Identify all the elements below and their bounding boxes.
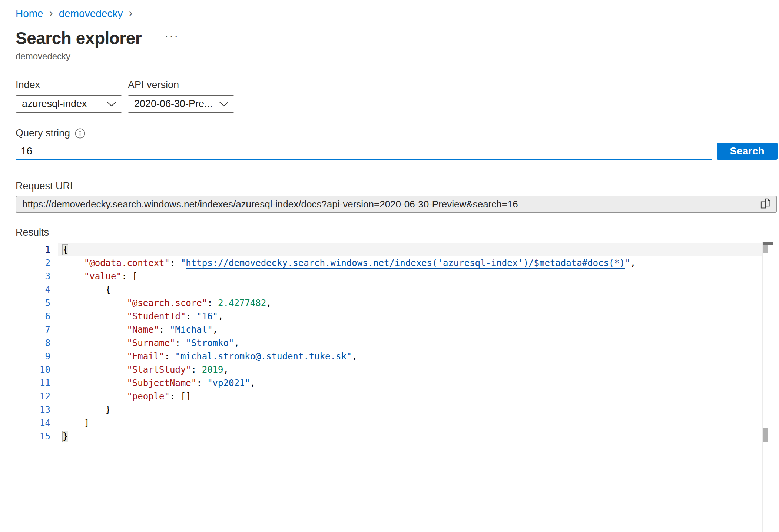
code-line: 10 "StartStudy": 2019, bbox=[16, 363, 773, 376]
code-token-pln: : [ bbox=[122, 271, 137, 282]
code-token-pln: , bbox=[630, 258, 636, 268]
page-subtitle: demovedecky bbox=[16, 51, 779, 61]
indent-guide bbox=[63, 403, 63, 416]
line-number: 1 bbox=[16, 243, 58, 256]
code-line: 4 { bbox=[16, 283, 773, 296]
code-line: 8 "Surname": "Stromko", bbox=[16, 336, 773, 350]
indent-guide bbox=[84, 310, 84, 323]
code-line-content: "@odata.context": "https://demovedecky.s… bbox=[58, 256, 773, 270]
breadcrumb-demovedecky[interactable]: demovedecky bbox=[59, 8, 123, 20]
code-token-str: "Michal" bbox=[170, 325, 213, 335]
copy-button[interactable] bbox=[758, 198, 771, 210]
code-token-pln: : bbox=[170, 258, 180, 268]
code-token-str: " bbox=[180, 258, 186, 268]
code-token-key: "StartStudy" bbox=[127, 365, 191, 375]
indent-guide bbox=[63, 336, 63, 350]
code-token-pln: , bbox=[223, 365, 228, 375]
code-line-content: "value": [ bbox=[58, 270, 773, 283]
code-token-key: "@search.score" bbox=[127, 298, 207, 308]
code-token-str: "16" bbox=[196, 311, 218, 322]
code-line: 9 "Email": "michal.stromko@.student.tuke… bbox=[16, 350, 773, 363]
request-url-label: Request URL bbox=[16, 180, 779, 192]
code-line-content: "SubjectName": "vp2021", bbox=[58, 376, 773, 390]
code-line-content: ] bbox=[58, 416, 773, 430]
code-line-content: { bbox=[58, 283, 773, 296]
code-line: 7 "Name": "Michal", bbox=[16, 323, 773, 336]
indent-guide bbox=[63, 270, 63, 283]
code-token-lnk[interactable]: https://demovedecky.search.windows.net/i… bbox=[186, 258, 625, 268]
more-menu-button[interactable]: ··· bbox=[165, 30, 179, 42]
line-number: 14 bbox=[16, 416, 58, 430]
code-token-pln: : [] bbox=[170, 391, 191, 402]
breadcrumb-separator-icon: › bbox=[129, 7, 132, 19]
api-version-label: API version bbox=[128, 79, 234, 91]
indent-guide bbox=[63, 390, 63, 403]
indent-guide bbox=[106, 390, 106, 403]
code-token-pln: { bbox=[106, 285, 111, 295]
index-label: Index bbox=[16, 79, 122, 91]
indent-guide bbox=[106, 336, 106, 350]
code-line: 5 "@search.score": 2.4277482, bbox=[16, 296, 773, 310]
code-line-content: "StartStudy": 2019, bbox=[58, 363, 773, 376]
indent-guide bbox=[84, 336, 84, 350]
breadcrumb-home[interactable]: Home bbox=[16, 8, 43, 20]
code-token-key: "SubjectName" bbox=[127, 378, 196, 388]
indent-guide bbox=[84, 350, 84, 363]
info-icon[interactable] bbox=[74, 128, 86, 139]
code-token-key: "Surname" bbox=[127, 338, 175, 348]
code-token-str: " bbox=[625, 258, 630, 268]
code-line: 2 "@odata.context": "https://demovedecky… bbox=[16, 256, 773, 270]
indent-guide bbox=[84, 390, 84, 403]
code-token-key: "@odata.context" bbox=[84, 258, 170, 268]
code-line-content: "@search.score": 2.4277482, bbox=[58, 296, 773, 310]
code-token-pln: , bbox=[218, 311, 223, 322]
query-input-value: 16 bbox=[21, 145, 32, 157]
overview-ruler-decoration bbox=[763, 428, 768, 442]
results-code-editor[interactable]: 1{2 "@odata.context": "https://demovedec… bbox=[16, 242, 773, 532]
indent-guide bbox=[106, 376, 106, 390]
code-token-brkt: } bbox=[63, 431, 68, 442]
code-line-content: "Name": "Michal", bbox=[58, 323, 773, 336]
code-line-content: "people": [] bbox=[58, 390, 773, 403]
api-version-select[interactable]: 2020-06-30-Pre... bbox=[128, 95, 234, 113]
index-select[interactable]: azuresql-index bbox=[16, 95, 122, 113]
code-token-str: "vp2021" bbox=[207, 378, 250, 388]
code-token-pln: , bbox=[213, 325, 218, 335]
line-number: 6 bbox=[16, 310, 58, 323]
code-token-key: "people" bbox=[127, 391, 170, 402]
breadcrumb: Home › demovedecky › bbox=[16, 7, 779, 20]
code-line-content: "Surname": "Stromko", bbox=[58, 336, 773, 350]
indent-guide bbox=[63, 283, 63, 296]
code-token-pln: : bbox=[159, 325, 170, 335]
line-number: 10 bbox=[16, 363, 58, 376]
indent-guide bbox=[63, 256, 63, 270]
line-number: 7 bbox=[16, 323, 58, 336]
code-token-key: "Email" bbox=[127, 351, 164, 362]
copy-icon-front-page bbox=[761, 202, 766, 208]
code-line: 6 "StudentId": "16", bbox=[16, 310, 773, 323]
search-button[interactable]: Search bbox=[717, 143, 778, 160]
query-input[interactable]: 16 bbox=[16, 143, 712, 160]
code-line-content: } bbox=[58, 403, 773, 416]
code-token-pln: , bbox=[250, 378, 255, 388]
line-number: 8 bbox=[16, 336, 58, 350]
code-line-content: } bbox=[58, 430, 773, 443]
code-token-pln: ] bbox=[84, 418, 89, 428]
code-area: 1{2 "@odata.context": "https://demovedec… bbox=[16, 242, 773, 443]
code-token-pln: : bbox=[186, 311, 196, 322]
request-url-field[interactable]: https://demovedecky.search.windows.net/i… bbox=[16, 196, 777, 213]
code-token-pln: : bbox=[191, 365, 202, 375]
code-token-pln: : bbox=[165, 351, 175, 362]
line-number: 5 bbox=[16, 296, 58, 310]
indent-guide bbox=[63, 323, 63, 336]
indent-guide bbox=[84, 283, 84, 296]
code-token-pln: : bbox=[175, 338, 186, 348]
breadcrumb-separator-icon: › bbox=[49, 7, 53, 19]
code-token-pln: , bbox=[234, 338, 239, 348]
line-number: 4 bbox=[16, 283, 58, 296]
code-line: 14 ] bbox=[16, 416, 773, 430]
indent-guide bbox=[84, 363, 84, 376]
scrollbar-thumb[interactable] bbox=[763, 245, 768, 253]
indent-guide bbox=[63, 296, 63, 310]
code-token-pln: : bbox=[196, 378, 207, 388]
